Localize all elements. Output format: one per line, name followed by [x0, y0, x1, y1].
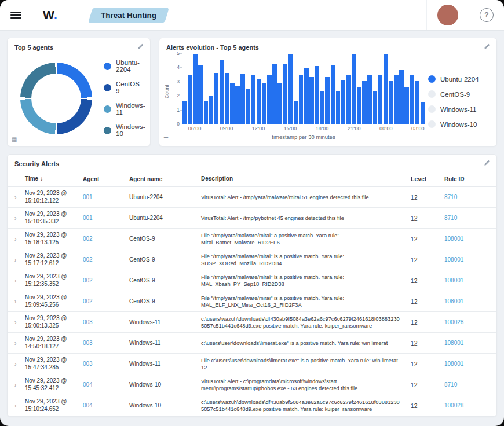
bar-25[interactable]	[315, 66, 319, 124]
bar-10[interactable]	[235, 86, 240, 124]
agent-id-link[interactable]: 003	[83, 361, 93, 367]
rule-id-link[interactable]: 8710	[444, 381, 457, 388]
legend-item-windows-11[interactable]: Windows-11	[428, 105, 491, 113]
bar-29[interactable]	[336, 91, 341, 124]
bar-28[interactable]	[331, 65, 335, 124]
rule-id-link[interactable]: 108001	[444, 361, 463, 367]
edit-panel-icon[interactable]	[484, 160, 490, 166]
legend-item-windows-10[interactable]: Windows-10	[428, 120, 491, 128]
rule-id-link[interactable]: 8710	[444, 215, 457, 221]
expand-row-icon[interactable]: ›	[14, 297, 16, 305]
bar-1[interactable]	[188, 75, 192, 124]
bar-3[interactable]	[198, 65, 203, 124]
column-header-agent-name[interactable]: Agent name	[129, 176, 201, 182]
bar-9[interactable]	[230, 83, 235, 124]
bar-14[interactable]	[257, 79, 261, 124]
bar-4[interactable]	[204, 101, 209, 124]
bar-22[interactable]	[299, 75, 304, 124]
expand-row-icon[interactable]: ›	[14, 193, 16, 201]
expand-row-icon[interactable]: ›	[14, 380, 16, 388]
bar-8[interactable]	[225, 73, 229, 124]
bar-35[interactable]	[367, 75, 372, 124]
bar-18[interactable]	[277, 83, 282, 124]
user-avatar[interactable]	[437, 5, 458, 25]
agent-id-link[interactable]: 004	[83, 402, 93, 409]
bar-7[interactable]	[220, 60, 224, 124]
bar-26[interactable]	[320, 91, 324, 124]
bar-37[interactable]	[378, 75, 383, 124]
agent-id-link[interactable]: 003	[83, 340, 93, 346]
rule-id-link[interactable]: 108001	[444, 256, 463, 263]
bar-33[interactable]	[357, 87, 361, 124]
help-icon[interactable]: ?	[480, 8, 494, 22]
bar-5[interactable]	[209, 96, 214, 124]
agent-id-link[interactable]: 003	[83, 319, 93, 325]
table-mini-icon[interactable]: ▦	[12, 137, 17, 142]
app-logo[interactable]: W.	[43, 8, 57, 22]
agent-id-link[interactable]: 002	[83, 236, 93, 242]
edit-panel-icon[interactable]	[137, 43, 144, 50]
expand-row-icon[interactable]: ›	[14, 255, 16, 263]
rule-id-link[interactable]: 108001	[444, 340, 463, 346]
expand-row-icon[interactable]: ›	[14, 318, 16, 326]
bar-6[interactable]	[214, 73, 219, 124]
bar-39[interactable]	[389, 81, 393, 124]
bar-16[interactable]	[267, 75, 272, 124]
agent-id-link[interactable]: 002	[83, 298, 93, 304]
rule-id-link[interactable]: 108001	[444, 298, 463, 304]
bar-42[interactable]	[404, 87, 409, 124]
legend-item-centos-9[interactable]: CentOS-9	[428, 90, 491, 98]
bar-23[interactable]	[304, 68, 309, 124]
expand-row-icon[interactable]: ›	[14, 339, 16, 347]
bar-15[interactable]	[262, 83, 266, 124]
bar-44[interactable]	[415, 81, 420, 124]
bar-31[interactable]	[346, 75, 351, 124]
bar-45[interactable]	[421, 102, 425, 124]
bar-24[interactable]	[309, 77, 314, 124]
rule-id-link[interactable]: 108001	[444, 236, 463, 242]
bar-32[interactable]	[352, 54, 356, 124]
bar-2[interactable]	[193, 54, 198, 124]
expand-row-icon[interactable]: ›	[14, 401, 16, 409]
agent-id-link[interactable]: 004	[83, 381, 93, 388]
rule-id-link[interactable]: 100028	[444, 402, 463, 409]
agent-id-link[interactable]: 002	[83, 256, 93, 263]
rule-id-link[interactable]: 8710	[444, 194, 457, 200]
expand-row-icon[interactable]: ›	[14, 234, 16, 243]
legend-item-ubuntu-2204[interactable]: Ubuntu-2204	[104, 59, 145, 73]
top-agents-donut-chart[interactable]	[20, 63, 92, 134]
bar-41[interactable]	[399, 70, 404, 124]
list-mini-icon[interactable]: ☰	[163, 137, 169, 142]
column-header-description[interactable]: Description	[201, 175, 411, 182]
bar-17[interactable]	[272, 64, 277, 124]
expand-row-icon[interactable]: ›	[14, 276, 16, 284]
bar-30[interactable]	[341, 80, 346, 124]
rule-id-link[interactable]: 100028	[444, 319, 463, 325]
legend-item-ubuntu-2204[interactable]: Ubuntu-2204	[428, 75, 491, 83]
bar-19[interactable]	[283, 64, 287, 124]
column-header-agent[interactable]: Agent	[83, 176, 129, 182]
expand-row-icon[interactable]: ›	[14, 214, 16, 222]
bar-43[interactable]	[410, 75, 414, 124]
bar-12[interactable]	[246, 89, 251, 124]
breadcrumb-threat-hunting[interactable]: Threat Hunting	[90, 8, 167, 23]
column-header-rule-id[interactable]: Rule ID	[444, 176, 493, 182]
legend-item-windows-11[interactable]: Windows-11	[104, 102, 145, 116]
agent-id-link[interactable]: 002	[83, 277, 93, 284]
column-header-time[interactable]: Time↓	[25, 175, 83, 183]
bar-20[interactable]	[288, 54, 293, 124]
column-header-level[interactable]: Level	[411, 175, 444, 182]
bar-21[interactable]	[294, 101, 298, 124]
bar-40[interactable]	[394, 75, 399, 124]
rule-id-link[interactable]: 108001	[444, 277, 463, 284]
bar-34[interactable]	[362, 81, 367, 124]
agent-id-link[interactable]: 001	[83, 194, 93, 200]
bar-13[interactable]	[251, 75, 256, 124]
hamburger-menu-icon[interactable]	[10, 12, 21, 19]
agent-id-link[interactable]: 001	[83, 215, 93, 221]
bar-27[interactable]	[325, 77, 330, 124]
bar-11[interactable]	[240, 74, 245, 124]
bar-0[interactable]	[182, 101, 187, 124]
bar-36[interactable]	[373, 91, 378, 124]
legend-item-windows-10[interactable]: Windows-10	[104, 123, 145, 137]
